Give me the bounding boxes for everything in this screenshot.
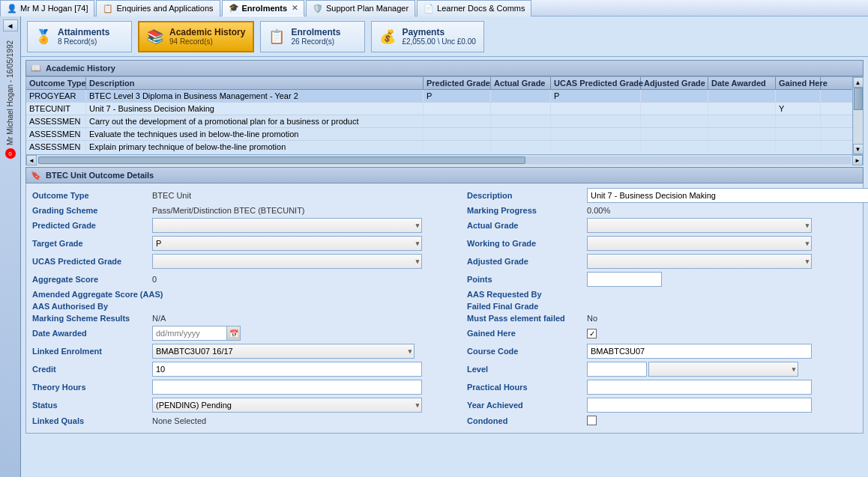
attainments-count: 8 Record(s)	[58, 37, 109, 46]
actual-grade-select[interactable]	[587, 218, 812, 233]
scroll-right-button[interactable]: ►	[852, 155, 863, 165]
table-body: PROGYEAR BTEC Level 3 Diploma in Busines…	[26, 90, 863, 151]
sidebar-collapse-button[interactable]: ◄	[3, 19, 18, 31]
tab-person-label: Mr M J Hogan [74]	[20, 4, 88, 13]
td-description: Unit 7 - Business Decision Making	[86, 103, 424, 115]
scroll-thumb-h[interactable]	[38, 157, 525, 164]
grades-row-2: Target Grade P ▼ Working to Grade	[32, 236, 857, 251]
academic-history-section: 📖 Academic History ▲ ▼ Outcome Type Desc…	[25, 60, 864, 165]
level-select[interactable]	[648, 362, 798, 377]
level-select-wrapper: ▼	[648, 362, 798, 377]
table-scrollbar[interactable]: ▲ ▼	[852, 77, 863, 154]
table-row[interactable]: PROGYEAR BTEC Level 3 Diploma in Busines…	[26, 90, 863, 103]
practical-hours-input[interactable]	[587, 380, 812, 395]
td-adjusted-grade	[641, 115, 708, 127]
tab-person[interactable]: 👤 Mr M J Hogan [74]	[0, 0, 94, 16]
aas-row: Amended Aggregate Score (AAS) AAS Reques…	[32, 290, 857, 299]
target-grade-label: Target Grade	[32, 239, 152, 248]
level-input[interactable]	[587, 362, 647, 377]
td-ucas-predicted	[551, 141, 641, 151]
course-code-input[interactable]	[587, 344, 812, 359]
linked-enrolment-label: Linked Enrolment	[32, 347, 152, 356]
horizontal-scrollbar[interactable]: ◄ ►	[25, 155, 864, 165]
points-input[interactable]	[587, 272, 662, 287]
amended-aggregate-label: Amended Aggregate Score (AAS)	[32, 290, 163, 299]
marking-scheme-results-value: N/A	[152, 314, 166, 323]
credit-input[interactable]	[152, 362, 422, 377]
table-row[interactable]: ASSESSMEN Carry out the development of a…	[26, 115, 863, 128]
adjusted-grade-wrapper: ▼	[587, 254, 812, 269]
scroll-thumb[interactable]	[854, 88, 863, 110]
td-description: Explain primary technique of below-the-l…	[86, 141, 424, 151]
tab-support[interactable]: 🛡️ Support Plan Manager	[306, 0, 415, 16]
actual-grade-label: Actual Grade	[467, 221, 587, 230]
enrolments-icon: 🎓	[229, 3, 239, 13]
td-adjusted-grade	[641, 90, 708, 102]
tab-enrolments[interactable]: 🎓 Enrolments ✕	[222, 0, 305, 16]
gained-here-checkbox[interactable]: ✓	[587, 329, 597, 338]
summary-card-attainments[interactable]: 🏅 Attainments 8 Record(s)	[27, 21, 132, 52]
summary-bar: 🏅 Attainments 8 Record(s) 📚 Academic His…	[21, 16, 868, 57]
theory-hours-input[interactable]	[152, 380, 422, 395]
date-awarded-row: Date Awarded 📅 Gained Here ✓	[32, 326, 857, 341]
theory-hours-label: Theory Hours	[32, 383, 152, 392]
td-gained-here	[776, 141, 821, 151]
td-date-awarded	[708, 141, 776, 151]
td-gained-here	[776, 115, 821, 127]
condoned-checkbox[interactable]	[587, 416, 597, 425]
ucas-predicted-label: UCAS Predicted Grade	[32, 257, 152, 266]
table-row[interactable]: BTECUNIT Unit 7 - Business Decision Maki…	[26, 103, 863, 115]
actual-grade-wrapper: ▼	[587, 218, 812, 233]
year-achieved-input[interactable]	[587, 398, 812, 413]
tab-support-label: Support Plan Manager	[326, 4, 409, 13]
table-row[interactable]: ASSESSMEN Explain primary technique of b…	[26, 141, 863, 151]
th-description: Description	[86, 77, 424, 89]
status-select[interactable]: (PENDING) Pending	[152, 398, 422, 413]
failed-final-grade-label: Failed Final Grade	[467, 302, 587, 311]
grades-row-1: Predicted Grade ▼ Actual Grade ▼	[32, 218, 857, 233]
adjusted-grade-select[interactable]	[587, 254, 812, 269]
td-ucas-predicted	[551, 103, 641, 115]
working-to-grade-select[interactable]	[587, 236, 812, 251]
td-date-awarded	[708, 103, 776, 115]
grading-scheme-row: Grading Scheme Pass/Merit/Distinction BT…	[32, 206, 857, 215]
linked-enrolment-select[interactable]: BMABTC3U07 16/17	[152, 344, 415, 359]
td-adjusted-grade	[641, 141, 708, 151]
td-date-awarded	[708, 90, 776, 102]
date-awarded-input[interactable]	[152, 326, 227, 341]
td-predicted-grade	[424, 103, 491, 115]
th-date-awarded: Date Awarded	[708, 77, 776, 89]
scroll-up-button[interactable]: ▲	[853, 77, 864, 88]
close-enrolments-button[interactable]: ✕	[292, 4, 298, 12]
aggregate-row: Aggregate Score 0 Points	[32, 272, 857, 287]
td-actual-grade	[491, 141, 551, 151]
target-grade-select[interactable]: P	[152, 236, 422, 251]
condoned-label: Condoned	[467, 416, 587, 425]
aas-auth-row: AAS Authorised By Failed Final Grade	[32, 302, 857, 311]
predicted-grade-wrapper: ▼	[152, 218, 422, 233]
scroll-left-button[interactable]: ◄	[26, 155, 37, 165]
tab-docs[interactable]: 📄 Learner Docs & Comms	[417, 0, 531, 16]
credit-label: Credit	[32, 365, 152, 374]
marking-progress-label: Marking Progress	[467, 206, 587, 215]
table-row[interactable]: ASSESSMEN Evaluate the techniques used i…	[26, 128, 863, 141]
td-predicted-grade	[424, 141, 491, 151]
calendar-button[interactable]: 📅	[227, 326, 241, 341]
td-predicted-grade	[424, 115, 491, 127]
scroll-down-button[interactable]: ▼	[853, 144, 864, 154]
year-achieved-label: Year Achieved	[467, 401, 587, 410]
description-input[interactable]	[587, 188, 868, 203]
outcome-type-value: BTEC Unit	[152, 191, 191, 200]
summary-card-payments[interactable]: 💰 Payments £2,055.00 \ Unc £0.00	[371, 21, 483, 52]
grading-scheme-label: Grading Scheme	[32, 206, 152, 215]
ucas-predicted-select[interactable]	[152, 254, 422, 269]
tab-enquiries[interactable]: 📋 Enquiries and Applications	[96, 0, 220, 16]
working-to-grade-label: Working to Grade	[467, 239, 587, 248]
summary-card-enrolments[interactable]: 📋 Enrolments 26 Record(s)	[260, 21, 365, 52]
td-gained-here: Y	[776, 103, 821, 115]
summary-card-academic-history[interactable]: 📚 Academic History 94 Record(s)	[138, 21, 254, 52]
td-actual-grade	[491, 115, 551, 127]
tab-docs-label: Learner Docs & Comms	[437, 4, 525, 13]
outcome-type-label: Outcome Type	[32, 191, 152, 200]
predicted-grade-select[interactable]	[152, 218, 422, 233]
